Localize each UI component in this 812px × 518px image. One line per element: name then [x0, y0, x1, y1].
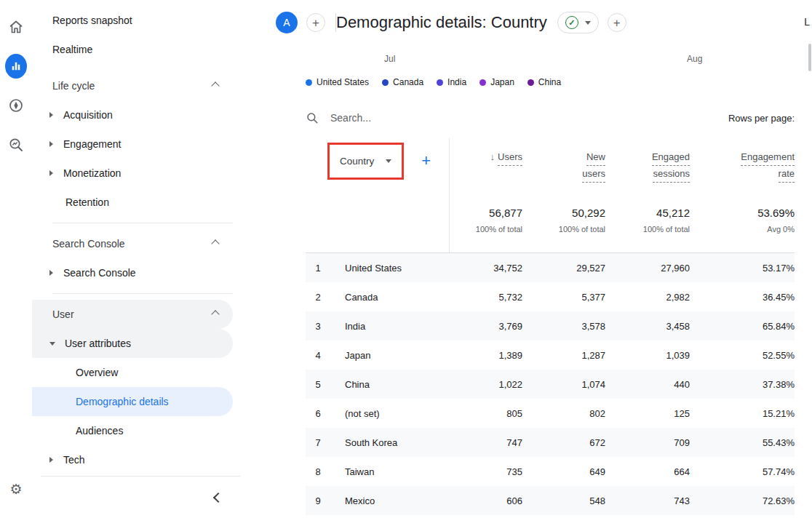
nav-rail: ⚙: [0, 0, 32, 518]
column-label: Users: [498, 149, 522, 166]
sidebar-item-label: Engagement: [63, 138, 121, 150]
table-toolbar: Rows per page:: [273, 97, 812, 138]
legend-item[interactable]: China: [528, 77, 561, 87]
legend-dot: [528, 79, 534, 86]
row-engagement-rate: 65.84%: [690, 321, 795, 332]
sidebar-footer: [41, 476, 241, 518]
sidebar-divider: [52, 293, 233, 294]
sidebar-section-life-cycle[interactable]: Life cycle: [32, 71, 233, 100]
sidebar-item-label: Tech: [63, 454, 85, 466]
row-engaged-sessions: 1,039: [605, 350, 690, 361]
report-status-control[interactable]: ✓: [557, 12, 599, 33]
sidebar-item-search-console[interactable]: Search Console: [32, 258, 233, 287]
legend-item[interactable]: Canada: [382, 77, 423, 87]
sidebar-item-label: Retention: [65, 196, 109, 208]
column-header-users[interactable]: ↓Users: [450, 138, 522, 198]
row-new-users: 802: [522, 408, 605, 419]
collapse-arrow-icon: [49, 342, 55, 346]
explore-icon[interactable]: [5, 95, 27, 116]
table-row[interactable]: 9 Mexico 606 548 743 72.63%: [306, 486, 795, 515]
sidebar-section-search-console[interactable]: Search Console: [32, 229, 233, 258]
section-label: Life cycle: [52, 80, 95, 92]
legend-label: India: [447, 77, 466, 87]
row-engaged-sessions: 2,982: [605, 292, 690, 303]
column-label: users: [582, 166, 605, 183]
legend-dot: [479, 79, 486, 86]
sidebar-item-user-attributes[interactable]: User attributes: [32, 329, 233, 358]
sidebar-item-reports-snapshot[interactable]: Reports snapshot: [32, 6, 233, 35]
row-rank: 5: [306, 379, 330, 390]
row-users: 34,752: [450, 263, 522, 274]
table-row[interactable]: 8 Taiwan 735 649 664 57.74%: [306, 457, 795, 486]
row-country: Canada: [330, 292, 450, 303]
column-header-engagement-rate[interactable]: Engagement rate: [690, 138, 795, 198]
sidebar-item-acquisition[interactable]: Acquisition: [32, 100, 233, 130]
section-label: Search Console: [52, 238, 125, 250]
settings-gear-icon[interactable]: ⚙: [9, 481, 22, 498]
sidebar-item-tech[interactable]: Tech: [32, 445, 233, 474]
column-header-new-users[interactable]: New users: [522, 138, 605, 198]
totals-engagement-rate: 53.69%Avg 0%: [690, 198, 795, 252]
sidebar-item-monetization[interactable]: Monetization: [32, 159, 233, 188]
country-dimension-dropdown[interactable]: Country: [330, 145, 402, 178]
home-icon[interactable]: [5, 16, 27, 38]
table-row[interactable]: 7 South Korea 747 672 709 55.43%: [306, 428, 795, 457]
sidebar-item-overview[interactable]: Overview: [32, 358, 233, 387]
sidebar-item-audiences[interactable]: Audiences: [32, 416, 233, 445]
row-new-users: 1,074: [522, 379, 605, 390]
header-plus-button[interactable]: +: [608, 13, 626, 32]
search-icon: [306, 111, 319, 124]
row-rank: 7: [306, 437, 330, 448]
avatar[interactable]: A: [276, 12, 298, 33]
table-row[interactable]: 5 China 1,022 1,074 440 37.38%: [306, 370, 795, 399]
row-country: Japan: [330, 350, 450, 361]
dropdown-caret-icon: [386, 159, 391, 163]
column-header-engaged-sessions[interactable]: Engaged sessions: [605, 138, 690, 198]
rows-per-page-label: Rows per page:: [728, 113, 795, 124]
sidebar-item-retention[interactable]: Retention: [32, 188, 233, 217]
row-engaged-sessions: 125: [605, 408, 690, 419]
column-label: New: [586, 149, 605, 166]
row-country: (not set): [330, 408, 450, 419]
totals-engaged-sessions: 45,212100% of total: [605, 198, 690, 252]
row-engagement-rate: 37.38%: [690, 379, 795, 390]
row-rank: 9: [306, 495, 330, 506]
legend-item[interactable]: United States: [306, 77, 369, 87]
table-row[interactable]: 3 India 3,769 3,578 3,458 65.84%: [306, 311, 795, 340]
table-row[interactable]: 1 United States 34,752 29,527 27,960 53.…: [306, 253, 795, 282]
add-comparison-button[interactable]: +: [306, 13, 325, 32]
chart-legend: United States Canada India Japan China: [306, 77, 812, 87]
sidebar-section-user[interactable]: User: [32, 300, 233, 329]
row-country: China: [330, 379, 450, 390]
sidebar-item-demographic-details[interactable]: Demographic details: [32, 387, 233, 416]
row-new-users: 672: [522, 437, 605, 448]
sidebar-item-engagement[interactable]: Engagement: [32, 130, 233, 159]
table-row[interactable]: 2 Canada 5,732 5,377 2,982 36.45%: [306, 282, 795, 311]
expand-arrow-icon: [49, 112, 53, 118]
sort-descending-icon: ↓: [490, 151, 495, 162]
advertising-icon[interactable]: [5, 134, 27, 156]
chevron-up-icon: [211, 239, 219, 247]
row-new-users: 548: [522, 495, 605, 506]
legend-item[interactable]: India: [437, 77, 466, 87]
section-label: User: [52, 308, 74, 320]
reports-active-badge: [5, 54, 27, 79]
totals-users: 56,877100% of total: [450, 198, 522, 252]
table-header: Country + ↓Users New users En: [306, 138, 795, 253]
add-dimension-button[interactable]: +: [421, 151, 431, 170]
search-input[interactable]: [329, 111, 728, 124]
sidebar-item-realtime[interactable]: Realtime: [32, 35, 233, 64]
collapse-sidebar-icon[interactable]: [213, 492, 223, 502]
dropdown-caret-icon: [585, 21, 591, 25]
table-row[interactable]: 6 (not set) 805 802 125 15.21%: [306, 399, 795, 428]
chevron-up-icon: [211, 310, 219, 318]
column-label: Engaged: [652, 149, 690, 166]
column-label: sessions: [653, 166, 690, 183]
chevron-up-icon: [211, 81, 219, 89]
legend-item[interactable]: Japan: [479, 77, 514, 87]
table-row[interactable]: 4 Japan 1,389 1,287 1,039 52.55%: [306, 340, 795, 370]
row-rank: 1: [306, 263, 330, 274]
row-engaged-sessions: 743: [605, 495, 690, 506]
reports-icon[interactable]: [5, 55, 27, 77]
row-engaged-sessions: 27,960: [605, 263, 690, 274]
